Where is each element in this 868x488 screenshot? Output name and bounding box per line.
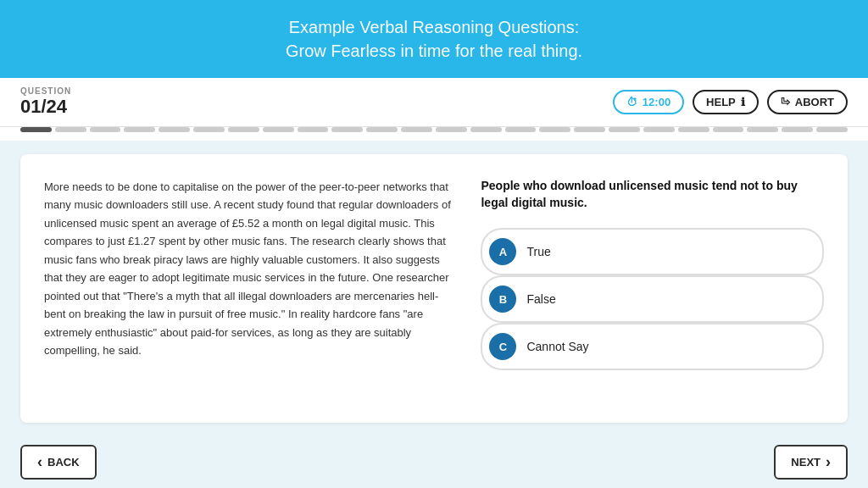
progress-bar xyxy=(0,127,868,141)
abort-label: ABORT xyxy=(795,96,834,108)
back-button[interactable]: BACK xyxy=(20,445,97,480)
toolbar: QUESTION 01/24 12:00 HELP ABORT xyxy=(0,78,868,127)
options-container: A True B False C Cannot Say xyxy=(481,228,824,370)
clock-icon xyxy=(626,96,637,108)
option-circle-b: B xyxy=(489,286,516,313)
progress-segment-16 xyxy=(539,127,570,132)
progress-segment-6 xyxy=(193,127,225,132)
toolbar-actions: 12:00 HELP ABORT xyxy=(613,90,848,114)
option-label-a: True xyxy=(526,245,550,258)
next-label: NEXT xyxy=(791,456,821,469)
chevron-left-icon xyxy=(37,453,42,471)
question-counter: QUESTION 01/24 xyxy=(20,86,71,118)
option-circle-c: C xyxy=(489,333,516,360)
progress-segment-1 xyxy=(20,127,52,132)
option-label-b: False xyxy=(526,292,555,306)
progress-segment-19 xyxy=(643,127,675,132)
next-button[interactable]: NEXT xyxy=(774,445,848,480)
help-button[interactable]: HELP xyxy=(693,90,759,114)
progress-segment-15 xyxy=(505,127,537,132)
footer: BACK NEXT xyxy=(0,436,868,488)
progress-segment-7 xyxy=(228,127,259,132)
option-a[interactable]: A True xyxy=(481,228,824,275)
abort-icon xyxy=(781,96,790,108)
progress-segment-9 xyxy=(298,127,329,132)
progress-segment-12 xyxy=(401,127,432,132)
progress-segment-4 xyxy=(124,127,155,132)
option-c[interactable]: C Cannot Say xyxy=(481,323,824,370)
timer-value: 12:00 xyxy=(643,96,670,108)
info-icon xyxy=(741,96,745,108)
progress-segment-11 xyxy=(366,127,398,132)
timer-button[interactable]: 12:00 xyxy=(613,90,684,114)
progress-segment-5 xyxy=(159,127,190,132)
progress-segment-18 xyxy=(609,127,640,132)
progress-segment-13 xyxy=(436,127,467,132)
progress-segment-10 xyxy=(331,127,363,132)
help-label: HELP xyxy=(706,96,736,108)
question-label-text: QUESTION xyxy=(20,86,71,96)
option-circle-a: A xyxy=(489,238,516,265)
option-label-c: Cannot Say xyxy=(526,340,588,353)
back-label: BACK xyxy=(47,456,80,469)
progress-segment-23 xyxy=(782,127,813,132)
progress-segment-24 xyxy=(816,127,848,132)
question-side: People who download unlicensed music ten… xyxy=(481,178,824,399)
progress-segment-14 xyxy=(470,127,502,132)
question-number: 01/24 xyxy=(20,96,71,118)
passage-text: More needs to be done to capitalise on t… xyxy=(44,178,455,399)
header-title: Example Verbal Reasoning Questions: Grow… xyxy=(17,15,851,63)
progress-segment-17 xyxy=(574,127,605,132)
progress-segment-21 xyxy=(713,127,744,132)
chevron-right-icon xyxy=(826,453,831,471)
abort-button[interactable]: ABORT xyxy=(767,90,848,114)
progress-segment-3 xyxy=(90,127,121,132)
progress-segment-20 xyxy=(678,127,709,132)
progress-segment-22 xyxy=(747,127,778,132)
page-header: Example Verbal Reasoning Questions: Grow… xyxy=(0,0,868,78)
option-b[interactable]: B False xyxy=(481,275,824,323)
question-text: People who download unlicensed music ten… xyxy=(481,178,824,211)
question-card: More needs to be done to capitalise on t… xyxy=(20,154,848,423)
progress-segment-8 xyxy=(263,127,294,132)
progress-segment-2 xyxy=(55,127,86,132)
main-content: More needs to be done to capitalise on t… xyxy=(0,141,868,436)
